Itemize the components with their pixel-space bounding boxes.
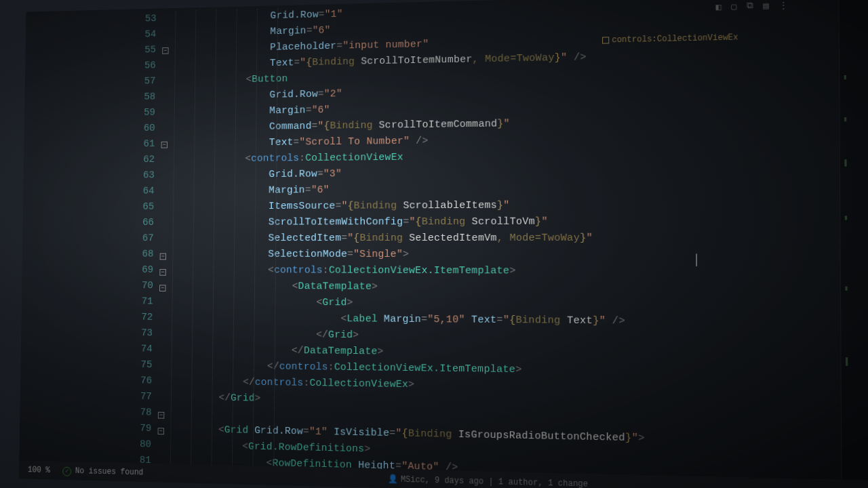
line-number: 58 xyxy=(24,89,155,107)
issues-status[interactable]: ✓No issues found xyxy=(62,466,143,478)
toolbar-icon[interactable]: ◧ xyxy=(716,1,722,12)
code-area[interactable]: Grid.Row="1" Margin="6" Placeholder="inp… xyxy=(170,0,868,488)
fold-toggle-icon[interactable]: − xyxy=(162,47,168,54)
line-number: 63 xyxy=(24,168,155,184)
text-cursor xyxy=(696,253,697,266)
code-line[interactable]: ItemsSource="{Binding ScrollableItems}" xyxy=(173,196,868,215)
line-number: 72 xyxy=(21,309,153,326)
line-number: 62 xyxy=(24,152,155,169)
line-number: 73 xyxy=(21,325,153,342)
editor-toolbar: ◧ ▢ ⧉ ▤ ⋮ xyxy=(716,0,789,12)
code-line[interactable]: SelectedItem="{Binding SelectedItemVm, M… xyxy=(173,230,868,247)
toolbar-icon[interactable]: ⋮ xyxy=(778,0,788,11)
fold-toggle-icon[interactable]: − xyxy=(160,253,166,260)
zoom-level[interactable]: 100 % xyxy=(28,465,50,474)
line-number: 75 xyxy=(20,356,152,373)
toolbar-icon[interactable]: ▢ xyxy=(731,1,736,12)
line-number-gutter: 5354555657585960616263646566676869707172… xyxy=(19,8,176,483)
line-number: 70 xyxy=(22,278,153,294)
line-number: 61 xyxy=(24,136,155,153)
minimap-scrollbar[interactable] xyxy=(838,0,868,481)
line-number: 65 xyxy=(23,199,154,216)
codelens-author-info[interactable]: 👤MSicc, 9 days ago | 1 author, 1 change xyxy=(388,474,588,488)
line-number: 68 xyxy=(22,247,154,262)
fold-toggle-icon[interactable]: − xyxy=(159,269,165,276)
breadcrumb-node-icon xyxy=(602,37,609,43)
toolbar-icon[interactable]: ⧉ xyxy=(747,1,753,12)
line-number: 77 xyxy=(20,387,152,405)
line-number: 60 xyxy=(24,121,155,138)
line-number: 71 xyxy=(22,293,153,310)
toolbar-icon[interactable]: ▤ xyxy=(763,0,768,12)
line-number: 59 xyxy=(24,105,155,123)
user-icon: 👤 xyxy=(388,474,398,484)
check-circle-icon: ✓ xyxy=(62,466,71,476)
line-number: 69 xyxy=(22,262,153,279)
fold-toggle-icon[interactable]: − xyxy=(161,142,167,148)
fold-toggle-icon[interactable]: − xyxy=(158,412,165,419)
fold-toggle-icon[interactable]: − xyxy=(159,285,165,291)
line-number: 67 xyxy=(22,231,154,247)
line-number: 74 xyxy=(21,340,153,357)
code-line[interactable]: SelectionMode="Single"> xyxy=(172,247,868,264)
line-number: 64 xyxy=(23,184,154,200)
fold-toggle-icon[interactable]: − xyxy=(158,428,165,434)
code-line[interactable]: ScrollToItemWithConfig="{Binding ScrollT… xyxy=(173,213,868,231)
line-number: 66 xyxy=(23,215,155,231)
code-editor[interactable]: 5354555657585960616263646566676869707172… xyxy=(19,0,868,488)
line-number: 57 xyxy=(25,74,156,92)
line-number: 76 xyxy=(20,371,152,389)
